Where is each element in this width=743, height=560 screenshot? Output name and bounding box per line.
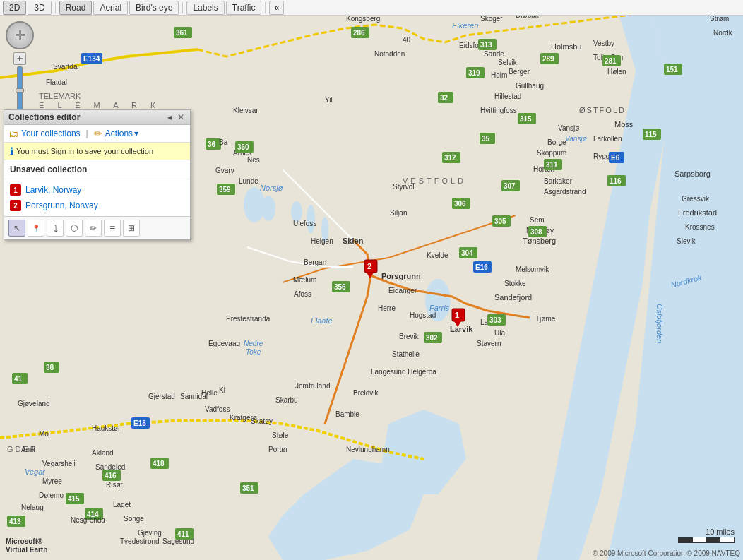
item-2-number: 2 (10, 200, 21, 211)
svg-text:304: 304 (461, 249, 473, 257)
svg-rect-108 (442, 152, 460, 163)
svg-rect-114 (607, 175, 626, 186)
svg-point-7 (307, 205, 315, 233)
svg-text:32: 32 (440, 94, 448, 102)
scale-text: 10 miles (706, 528, 735, 536)
collections-panel: Collections editor ◂ ✕ 🗂 Your collection… (4, 109, 191, 240)
svg-text:Strøm: Strøm (710, 15, 729, 23)
svg-text:Eggevaag: Eggevaag (208, 340, 240, 347)
collections-toolbar: ↖ 📍 ⤵ ⬡ ✏ ≡ ⊞ (4, 216, 190, 239)
svg-text:Amli: Amli (21, 446, 35, 453)
svg-text:Sarpsborg: Sarpsborg (674, 169, 711, 178)
svg-text:Tvedestrond: Tvedestrond (120, 537, 160, 545)
svg-text:Barkaker: Barkaker (544, 177, 573, 185)
svg-text:Eidsfoss: Eidsfoss (459, 42, 486, 49)
svg-text:Borge: Borge (547, 138, 566, 146)
toolbar-road-btn[interactable]: Road (59, 1, 93, 15)
ms-logo: Microsoft® Virtual Earth (6, 537, 47, 554)
tool-polygon-btn[interactable]: ⬡ (66, 220, 83, 237)
item-1-number: 1 (10, 184, 21, 196)
svg-text:Dølemo: Dølemo (39, 492, 64, 499)
svg-text:E134: E134 (83, 55, 100, 63)
svg-text:Fredrikstad: Fredrikstad (678, 208, 717, 217)
actions-link[interactable]: Actions ▾ (105, 129, 138, 138)
svg-text:414: 414 (87, 511, 99, 518)
tool-draw-btn[interactable]: ✏ (85, 220, 102, 237)
svg-text:Laget: Laget (113, 501, 131, 508)
collections-icon: 🗂 (8, 128, 18, 139)
svg-text:Kongsberg: Kongsberg (346, 15, 380, 23)
svg-text:Portør: Portør (268, 446, 288, 453)
svg-text:305: 305 (494, 218, 506, 225)
svg-text:Hogstad: Hogstad (410, 311, 436, 319)
svg-text:Melsomvik: Melsomvik (516, 266, 549, 273)
svg-text:Gjøveland: Gjøveland (18, 400, 50, 407)
svg-rect-102 (438, 92, 453, 103)
svg-text:Styrvoll: Styrvoll (393, 183, 416, 191)
svg-point-5 (261, 196, 275, 221)
svg-text:Slevik: Slevik (677, 237, 696, 245)
svg-text:Eidanger: Eidanger (388, 287, 417, 294)
svg-rect-92 (478, 39, 497, 50)
compass[interactable]: ✛ (6, 21, 34, 49)
toolbar-birdseye-btn[interactable]: Bird's eye (129, 1, 179, 15)
collection-item-1[interactable]: 1 Larvik, Norway (4, 182, 190, 198)
svg-rect-106 (480, 133, 495, 144)
svg-rect-100 (466, 67, 485, 78)
svg-text:Breidvik: Breidvik (353, 389, 379, 397)
svg-marker-2 (537, 0, 664, 560)
toolbar-aerial-btn[interactable]: Aerial (93, 1, 128, 15)
toolbar-sep-3 (265, 2, 266, 13)
svg-text:Toke: Toke (246, 348, 261, 356)
tool-pin-btn[interactable]: 📍 (28, 220, 44, 237)
zoom-handle[interactable] (16, 88, 24, 93)
svg-text:416: 416 (105, 472, 117, 479)
scale-seg-4 (720, 537, 735, 542)
svg-marker-3 (607, 0, 743, 560)
svg-text:Sande: Sande (484, 50, 504, 58)
tool-lines-btn[interactable]: ≡ (104, 220, 121, 237)
svg-text:Skoger: Skoger (480, 15, 503, 23)
svg-text:Gressvik: Gressvik (682, 195, 710, 203)
svg-text:Sannidal: Sannidal (180, 393, 208, 400)
svg-text:413: 413 (9, 518, 21, 525)
svg-text:Ba: Ba (219, 138, 228, 146)
svg-text:Flaate: Flaate (311, 316, 333, 325)
svg-text:1: 1 (455, 311, 459, 319)
svg-text:Gjeving: Gjeving (138, 529, 162, 537)
tool-grid-btn[interactable]: ⊞ (123, 220, 140, 237)
toolbar-2d-btn[interactable]: 2D (3, 1, 26, 15)
svg-rect-160 (175, 528, 194, 540)
svg-rect-86 (174, 27, 192, 38)
tool-route-btn[interactable]: ⤵ (47, 220, 64, 237)
svg-text:Akland: Akland (92, 449, 114, 457)
toolbar-collapse-btn[interactable]: « (269, 1, 284, 15)
svg-text:Farris: Farris (429, 304, 450, 312)
toolbar-labels-btn[interactable]: Labels (186, 1, 224, 15)
collection-item-2[interactable]: 2 Porsgrunn, Norway (4, 198, 190, 213)
svg-text:Skoppum: Skoppum (537, 149, 566, 157)
svg-text:Tjøme: Tjøme (535, 315, 556, 323)
svg-text:281: 281 (605, 57, 617, 65)
tool-select-btn[interactable]: ↖ (8, 220, 25, 237)
map-scale: 10 miles (678, 528, 735, 543)
close-btn[interactable]: ✕ (176, 112, 186, 122)
my-collections-link[interactable]: Your collections (21, 129, 81, 138)
svg-text:115: 115 (645, 131, 657, 138)
svg-text:E16: E16 (475, 263, 488, 271)
collections-panel-title: Collections editor (8, 112, 80, 122)
svg-rect-138 (235, 141, 254, 153)
minimize-btn[interactable]: ◂ (166, 112, 173, 122)
svg-text:Norsjø: Norsjø (260, 184, 283, 192)
svg-text:Skatøy: Skatøy (251, 417, 273, 425)
svg-text:418: 418 (153, 460, 165, 467)
toolbar-traffic-btn[interactable]: Traffic (226, 1, 262, 15)
svg-text:Stathelle: Stathelle (392, 350, 420, 358)
svg-marker-212 (454, 321, 461, 327)
toolbar-3d-btn[interactable]: 3D (28, 1, 51, 15)
svg-rect-148 (7, 516, 25, 527)
svg-text:Nelaug: Nelaug (21, 504, 44, 511)
map-toolbar: 2D 3D Road Aerial Bird's eye Labels Traf… (0, 0, 743, 16)
svg-text:307: 307 (504, 182, 516, 190)
zoom-in-btn[interactable]: + (13, 52, 26, 65)
